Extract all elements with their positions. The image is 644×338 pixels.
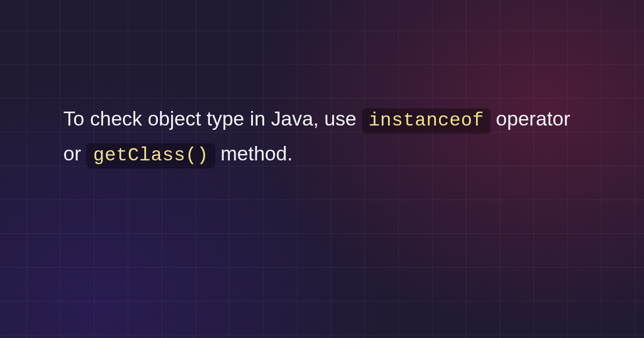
text-part-1: To check object type in Java, use — [63, 108, 362, 130]
main-text: To check object type in Java, use instan… — [63, 102, 581, 172]
code-getclass: getClass() — [86, 143, 215, 168]
code-instanceof: instanceof — [362, 108, 491, 134]
text-part-3: method. — [215, 143, 293, 165]
